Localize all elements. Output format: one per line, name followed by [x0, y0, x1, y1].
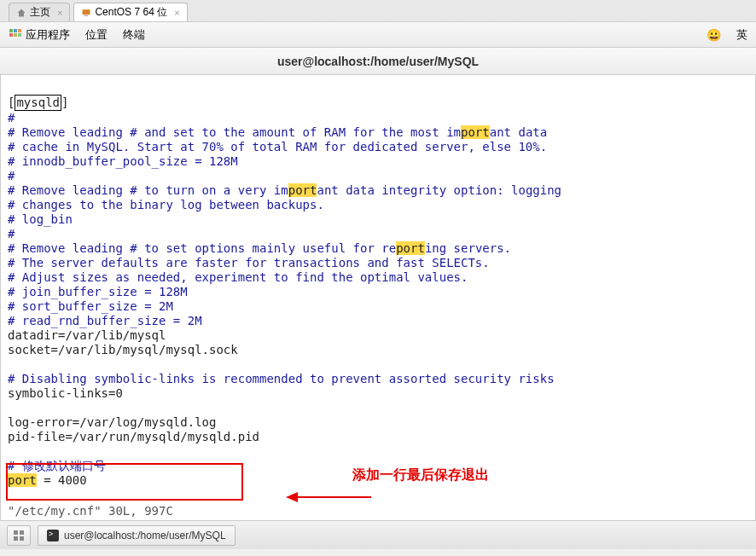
window-title: user@localhost:/home/user/MySQL — [277, 55, 479, 68]
svg-rect-1 — [84, 15, 89, 16]
svg-rect-6 — [14, 33, 17, 37]
vim-status-line: "/etc/my.cnf" 30L, 997C — [8, 504, 173, 518]
editor-line: # log_bin — [8, 212, 73, 226]
terminal-content[interactable]: [mysqld] # # Remove leading # and set to… — [0, 75, 756, 520]
editor-line: datadir=/var/lib/mysql — [8, 328, 166, 342]
editor-line: # The server defaults are faster for tra… — [8, 256, 490, 269]
editor-line: # changes to the binary log between back… — [8, 198, 324, 211]
show-desktop-button[interactable] — [7, 525, 31, 546]
svg-rect-5 — [9, 33, 13, 37]
editor-line: # Adjust sizes as needed, experiment to … — [8, 270, 468, 284]
svg-rect-12 — [14, 536, 18, 541]
editor-line: port = 4000 — [8, 473, 87, 487]
places-menu[interactable]: 位置 — [85, 27, 108, 43]
tab-home[interactable]: 主页 × — [9, 3, 70, 21]
svg-marker-9 — [286, 492, 298, 502]
editor-line: # cache in MySQL. Start at 70% of total … — [8, 140, 547, 153]
input-method-indicator[interactable]: 英 — [736, 27, 747, 43]
tab-vm[interactable]: CentOS 7 64 位 × — [73, 3, 187, 21]
editor-line: [mysqld] — [8, 96, 68, 109]
svg-rect-11 — [20, 530, 24, 535]
home-icon — [16, 8, 26, 18]
svg-rect-4 — [18, 29, 21, 32]
editor-line: # — [8, 111, 15, 125]
editor-line: # Remove leading # to set options mainly… — [8, 241, 511, 255]
search-highlight: port — [461, 125, 490, 139]
cursor: mysqld — [15, 95, 61, 111]
annotation-text: 添加一行最后保存退出 — [352, 467, 489, 482]
annotation-arrow-icon — [257, 474, 342, 491]
applications-menu-label: 应用程序 — [26, 28, 70, 41]
face-icon[interactable]: 😀 — [707, 28, 721, 42]
editor-line: # — [8, 227, 15, 240]
applications-menu[interactable]: 应用程序 — [9, 27, 70, 43]
editor-line: # Remove leading # and set to the amount… — [8, 125, 547, 139]
editor-line: symbolic-links=0 — [8, 386, 123, 400]
tab-home-close-icon[interactable]: × — [57, 8, 62, 18]
editor-line: # innodb_buffer_pool_size = 128M — [8, 154, 238, 168]
window-title-bar: user@localhost:/home/user/MySQL — [0, 48, 756, 75]
editor-line: # read_rnd_buffer_size = 2M — [8, 314, 202, 327]
svg-rect-7 — [18, 33, 21, 37]
apps-icon — [9, 28, 22, 42]
editor-line: # Disabling symbolic-links is recommende… — [8, 372, 555, 385]
tab-vm-label: CentOS 7 64 位 — [95, 5, 167, 20]
taskbar-terminal-button[interactable]: user@localhost:/home/user/MySQL — [38, 525, 236, 546]
editor-line: # sort_buffer_size = 2M — [8, 299, 173, 313]
editor-line: # 修改默认端口号 — [8, 459, 106, 472]
vm-icon — [81, 8, 91, 18]
taskbar-terminal-label: user@localhost:/home/user/MySQL — [64, 530, 226, 542]
search-highlight: port — [8, 473, 37, 487]
svg-rect-2 — [9, 29, 13, 32]
svg-rect-3 — [14, 29, 17, 32]
svg-rect-10 — [14, 530, 18, 535]
terminal-menu[interactable]: 终端 — [123, 27, 145, 43]
tab-vm-close-icon[interactable]: × — [174, 8, 179, 18]
gnome-task-bar: user@localhost:/home/user/MySQL — [0, 520, 756, 549]
editor-line: log-error=/var/log/mysqld.log — [8, 415, 216, 429]
editor-line: # Remove leading # to turn on a very imp… — [8, 183, 561, 197]
editor-line: # join_buffer_size = 128M — [8, 285, 188, 298]
svg-rect-0 — [83, 9, 90, 14]
search-highlight: port — [288, 183, 317, 197]
editor-line: # — [8, 169, 15, 182]
editor-line: socket=/var/lib/mysql/mysql.sock — [8, 343, 238, 356]
editor-line: pid-file=/var/run/mysqld/mysqld.pid — [8, 430, 259, 443]
svg-rect-13 — [20, 536, 24, 541]
tab-home-label: 主页 — [30, 5, 50, 20]
tab-bar: 主页 × CentOS 7 64 位 × — [0, 0, 756, 22]
gnome-top-bar: 应用程序 位置 终端 😀 英 — [0, 22, 756, 48]
terminal-icon — [47, 530, 59, 542]
search-highlight: port — [396, 241, 425, 255]
